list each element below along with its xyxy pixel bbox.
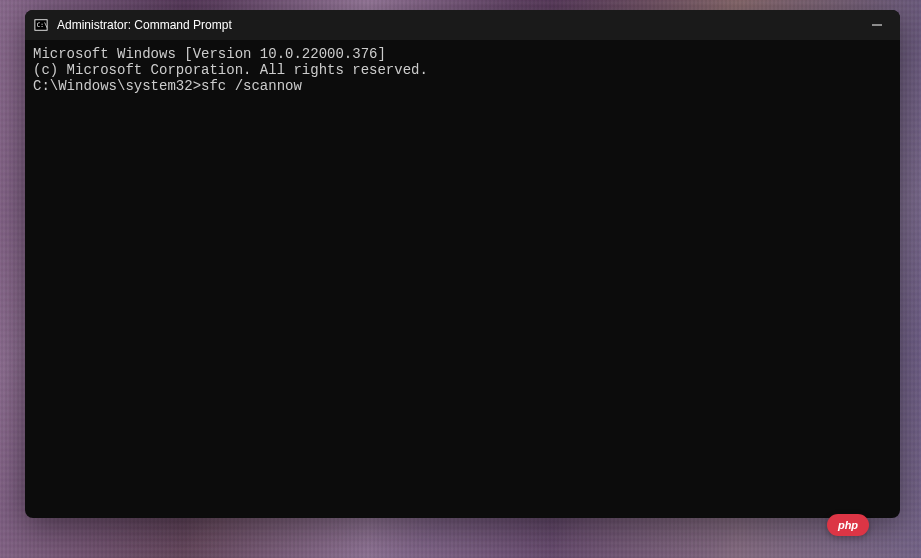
php-watermark: php xyxy=(827,514,869,536)
titlebar[interactable]: C:\ Administrator: Command Prompt xyxy=(25,10,900,40)
terminal-prompt: C:\Windows\system32> xyxy=(33,78,201,94)
window-title: Administrator: Command Prompt xyxy=(57,18,232,32)
window-controls xyxy=(854,10,900,40)
terminal-line: Microsoft Windows [Version 10.0.22000.37… xyxy=(33,46,892,62)
terminal-command: sfc /scannow xyxy=(201,78,302,94)
terminal-line: (c) Microsoft Corporation. All rights re… xyxy=(33,62,892,78)
cmd-icon: C:\ xyxy=(33,17,49,33)
minimize-button[interactable] xyxy=(854,10,900,40)
watermark-text: php xyxy=(838,519,858,531)
terminal-output[interactable]: Microsoft Windows [Version 10.0.22000.37… xyxy=(25,40,900,100)
svg-text:C:\: C:\ xyxy=(37,21,48,28)
command-prompt-window: C:\ Administrator: Command Prompt Micros… xyxy=(25,10,900,518)
